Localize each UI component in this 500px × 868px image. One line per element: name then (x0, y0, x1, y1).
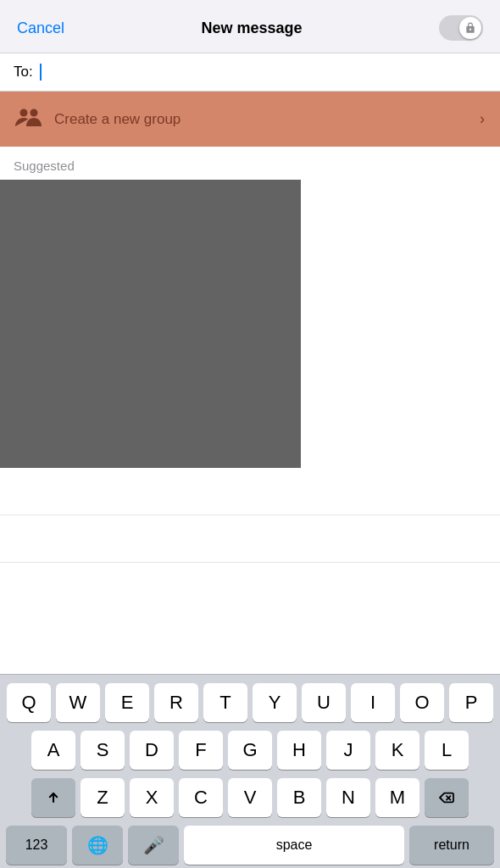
key-g[interactable]: G (228, 731, 272, 770)
keyboard-row-3: Z X C V B N M (3, 778, 497, 817)
key-u[interactable]: U (302, 683, 346, 722)
key-e[interactable]: E (105, 683, 149, 722)
header: Cancel New message (0, 0, 500, 53)
key-m[interactable]: M (375, 778, 419, 817)
key-t[interactable]: T (203, 683, 247, 722)
key-h[interactable]: H (277, 731, 321, 770)
create-group-label: Create a new group (54, 111, 181, 128)
to-label: To: (14, 64, 33, 81)
to-field[interactable]: To: (0, 53, 500, 92)
lock-icon (464, 22, 476, 34)
group-icon (15, 105, 42, 133)
key-q[interactable]: Q (7, 683, 51, 722)
keyboard: Q W E R T Y U I O P A S D F G H J K L Z … (0, 674, 500, 868)
key-y[interactable]: Y (253, 683, 297, 722)
contact-row[interactable] (0, 468, 500, 515)
cancel-button[interactable]: Cancel (17, 19, 64, 37)
space-key[interactable]: space (184, 826, 404, 865)
return-key[interactable]: return (409, 826, 494, 865)
people-icon (15, 105, 42, 127)
svg-point-0 (20, 109, 28, 117)
suggested-label: Suggested (0, 147, 500, 180)
lock-toggle[interactable] (439, 15, 483, 41)
contact-list (0, 180, 500, 610)
keyboard-row-1: Q W E R T Y U I O P (3, 683, 497, 722)
key-v[interactable]: V (228, 778, 272, 817)
key-o[interactable]: O (400, 683, 444, 722)
key-c[interactable]: C (179, 778, 223, 817)
key-x[interactable]: X (130, 778, 174, 817)
contact-row[interactable] (0, 563, 500, 610)
globe-key[interactable]: 🌐 (72, 826, 123, 865)
shift-key[interactable] (31, 778, 75, 817)
key-j[interactable]: J (326, 731, 370, 770)
create-group-left: Create a new group (15, 105, 181, 133)
key-d[interactable]: D (130, 731, 174, 770)
key-i[interactable]: I (351, 683, 395, 722)
key-z[interactable]: Z (81, 778, 125, 817)
contact-placeholder-image (0, 180, 301, 468)
keyboard-row-2: A S D F G H J K L (3, 731, 497, 770)
key-r[interactable]: R (154, 683, 198, 722)
key-a[interactable]: A (31, 731, 75, 770)
key-l[interactable]: L (425, 731, 469, 770)
key-n[interactable]: N (326, 778, 370, 817)
key-s[interactable]: S (81, 731, 125, 770)
create-group-row[interactable]: Create a new group › (0, 92, 500, 147)
delete-key[interactable] (425, 778, 469, 817)
key-k[interactable]: K (375, 731, 419, 770)
numbers-key[interactable]: 123 (6, 826, 67, 865)
contact-row[interactable] (0, 515, 500, 563)
key-b[interactable]: B (277, 778, 321, 817)
keyboard-row-4: 123 🌐 🎤 space return (3, 826, 497, 865)
text-cursor (40, 64, 42, 81)
microphone-key[interactable]: 🎤 (128, 826, 179, 865)
chevron-right-icon: › (480, 110, 485, 128)
key-f[interactable]: F (179, 731, 223, 770)
page-title: New message (201, 19, 302, 37)
svg-point-1 (31, 109, 38, 117)
key-p[interactable]: P (449, 683, 493, 722)
lock-knob (459, 17, 481, 39)
key-w[interactable]: W (56, 683, 100, 722)
